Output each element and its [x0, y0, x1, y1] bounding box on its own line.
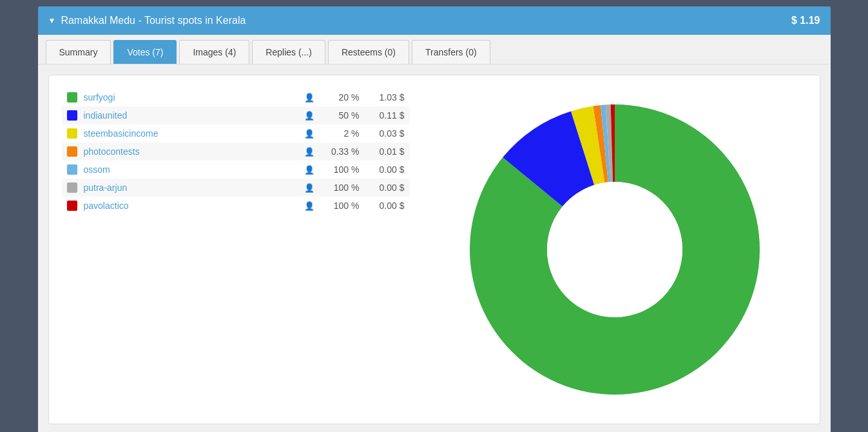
vote-percent: 100 %	[321, 164, 360, 175]
vote-amount: 0.00 $	[366, 182, 405, 193]
voter-name[interactable]: ossom	[84, 164, 298, 175]
donut-chart	[454, 88, 776, 411]
vote-row: surfyogi👤20 %1.03 $	[62, 88, 410, 106]
vote-amount: 0.11 $	[366, 110, 405, 121]
chart-area	[423, 88, 807, 411]
user-icon: 👤	[304, 147, 314, 157]
user-icon: 👤	[304, 129, 314, 139]
vote-row: photocontests👤0.33 %0.01 $	[62, 142, 410, 161]
tab-votes[interactable]: Votes (7)	[113, 40, 177, 64]
color-swatch	[67, 164, 77, 175]
vote-amount: 0.01 $	[366, 146, 405, 157]
header-bar: ▼ Ramakkal Medu - Tourist spots in Keral…	[38, 6, 831, 35]
votes-table: surfyogi👤20 %1.03 $indiaunited👤50 %0.11 …	[62, 88, 410, 411]
content-area: surfyogi👤20 %1.03 $indiaunited👤50 %0.11 …	[38, 64, 831, 432]
vote-percent: 2 %	[321, 128, 360, 139]
user-icon: 👤	[304, 111, 314, 121]
color-swatch	[67, 128, 77, 139]
donut-hole	[547, 182, 682, 317]
color-swatch	[67, 92, 77, 103]
main-container: ▼ Ramakkal Medu - Tourist spots in Keral…	[38, 6, 831, 432]
content-panel: surfyogi👤20 %1.03 $indiaunited👤50 %0.11 …	[48, 75, 820, 424]
vote-row: pavolactico👤100 %0.00 $	[62, 197, 410, 215]
collapse-icon[interactable]: ▼	[48, 16, 56, 25]
vote-percent: 0.33 %	[321, 146, 360, 157]
vote-percent: 100 %	[321, 201, 360, 211]
voter-name[interactable]: indiaunited	[84, 110, 298, 121]
vote-amount: 0.00 $	[366, 164, 405, 175]
user-icon: 👤	[304, 183, 314, 193]
voter-name[interactable]: pavolactico	[84, 201, 298, 211]
tab-summary[interactable]: Summary	[46, 40, 111, 64]
vote-row: indiaunited👤50 %0.11 $	[62, 106, 410, 124]
vote-amount: 0.00 $	[366, 201, 405, 211]
tabs-bar: SummaryVotes (7)Images (4)Replies (...)R…	[38, 35, 831, 64]
vote-percent: 20 %	[321, 92, 360, 103]
vote-row: ossom👤100 %0.00 $	[62, 161, 410, 179]
tab-transfers[interactable]: Transfers (0)	[412, 40, 490, 64]
user-icon: 👤	[304, 93, 314, 103]
vote-row: steembasicincome👤2 %0.03 $	[62, 124, 410, 142]
vote-percent: 100 %	[321, 182, 360, 193]
color-swatch	[67, 201, 77, 211]
page-title: Ramakkal Medu - Tourist spots in Kerala	[61, 15, 246, 26]
vote-percent: 50 %	[321, 110, 360, 121]
color-swatch	[67, 182, 77, 193]
color-swatch	[67, 146, 77, 157]
vote-amount: 1.03 $	[366, 92, 405, 103]
tab-resteems[interactable]: Resteems (0)	[328, 40, 409, 64]
price-value: $ 1.19	[791, 15, 820, 26]
color-swatch	[67, 110, 77, 121]
voter-name[interactable]: putra-arjun	[84, 182, 298, 193]
tab-images[interactable]: Images (4)	[179, 40, 249, 64]
user-icon: 👤	[304, 201, 314, 211]
user-icon: 👤	[304, 165, 314, 175]
header-left: ▼ Ramakkal Medu - Tourist spots in Keral…	[48, 15, 246, 26]
voter-name[interactable]: surfyogi	[84, 92, 298, 103]
tab-replies[interactable]: Replies (...)	[252, 40, 325, 64]
voter-name[interactable]: steembasicincome	[84, 128, 298, 139]
voter-name[interactable]: photocontests	[84, 146, 298, 157]
vote-amount: 0.03 $	[366, 128, 405, 139]
vote-row: putra-arjun👤100 %0.00 $	[62, 179, 410, 197]
